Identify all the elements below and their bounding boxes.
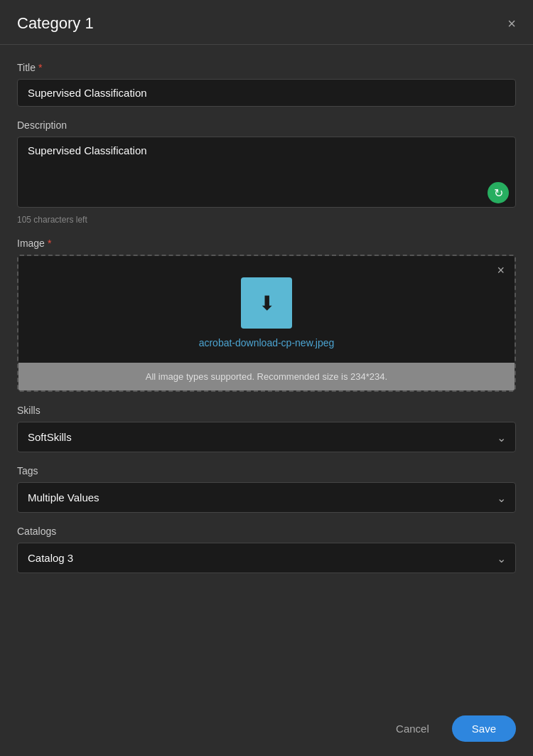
- title-required-star: *: [38, 62, 42, 73]
- modal-body: Title * Description Supervised Classific…: [0, 45, 533, 701]
- tags-select-wrapper: Multiple Values ⌄: [17, 482, 516, 513]
- title-label: Title *: [17, 62, 516, 73]
- image-preview-zone: × ⬇ acrobat-download-cp-new.jpeg: [18, 256, 515, 363]
- image-field-group: Image * × ⬇ acrobat-download-cp-new.jpeg…: [17, 238, 516, 392]
- modal-dialog: Category 1 × Title * Description Supervi…: [0, 0, 533, 756]
- char-count: 105 characters left: [17, 215, 516, 225]
- catalogs-select-wrapper: Catalog 3 ⌄: [17, 543, 516, 573]
- image-icon-box: ⬇: [241, 277, 292, 329]
- image-upload-area[interactable]: × ⬇ acrobat-download-cp-new.jpeg All ima…: [17, 255, 516, 392]
- tags-label: Tags: [17, 465, 516, 477]
- modal-header: Category 1 ×: [0, 0, 533, 45]
- description-field-group: Description Supervised Classification ↻ …: [17, 119, 516, 225]
- refresh-button[interactable]: ↻: [488, 182, 509, 203]
- image-filename[interactable]: acrobat-download-cp-new.jpeg: [199, 337, 335, 348]
- download-icon: ⬇: [259, 292, 275, 315]
- cancel-button[interactable]: Cancel: [384, 717, 441, 740]
- close-button[interactable]: ×: [507, 16, 516, 31]
- catalogs-field-group: Catalogs Catalog 3 ⌄: [17, 526, 516, 573]
- catalogs-label: Catalogs: [17, 526, 516, 537]
- tags-field-group: Tags Multiple Values ⌄: [17, 465, 516, 513]
- image-label: Image *: [17, 238, 516, 249]
- save-button[interactable]: Save: [452, 715, 516, 742]
- image-remove-button[interactable]: ×: [497, 263, 505, 278]
- description-label: Description: [17, 119, 516, 131]
- title-field-group: Title *: [17, 62, 516, 107]
- skills-select[interactable]: SoftSkills: [17, 422, 516, 452]
- skills-field-group: Skills SoftSkills ⌄: [17, 405, 516, 452]
- skills-select-wrapper: SoftSkills ⌄: [17, 422, 516, 452]
- skills-label: Skills: [17, 405, 516, 416]
- description-wrapper: Supervised Classification ↻: [17, 137, 516, 211]
- modal-title: Category 1: [17, 14, 94, 33]
- title-input[interactable]: [17, 79, 516, 107]
- tags-select[interactable]: Multiple Values: [17, 482, 516, 513]
- description-textarea[interactable]: Supervised Classification: [17, 137, 516, 208]
- modal-footer: Cancel Save: [0, 701, 533, 756]
- catalogs-select[interactable]: Catalog 3: [17, 543, 516, 573]
- image-required-star: *: [48, 238, 51, 249]
- image-hint-bar: All image types supported. Recommended s…: [18, 363, 515, 390]
- refresh-icon: ↻: [494, 186, 503, 200]
